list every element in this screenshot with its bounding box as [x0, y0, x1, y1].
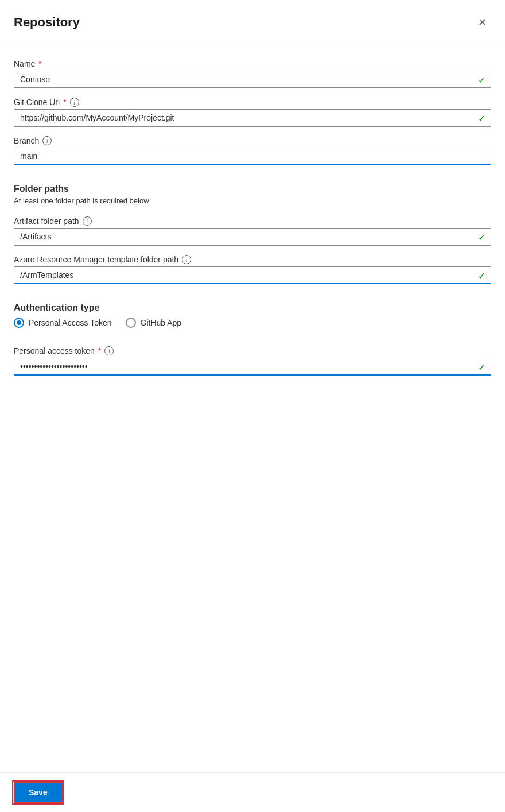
close-icon: ✕ [478, 16, 487, 29]
folder-paths-section: Folder paths At least one folder path is… [14, 179, 491, 207]
save-button[interactable]: Save [14, 782, 63, 803]
artifact-folder-input[interactable] [14, 228, 491, 246]
git-url-info-icon[interactable]: i [70, 98, 79, 107]
git-clone-url-label: Git Clone Url * i [14, 98, 491, 107]
content-spacer [14, 385, 491, 772]
git-url-check-icon: ✓ [478, 113, 485, 123]
repository-panel: Repository ✕ Name * ✓ Git Clone Url * i … [0, 0, 505, 812]
arm-check-icon: ✓ [478, 270, 485, 281]
panel-footer: Save [0, 772, 505, 812]
auth-type-section: Authentication type Personal Access Toke… [14, 298, 491, 337]
arm-template-input-wrapper: ✓ [14, 266, 491, 284]
git-clone-url-input-wrapper: ✓ [14, 109, 491, 127]
name-required: * [38, 59, 41, 68]
git-clone-url-input[interactable] [14, 109, 491, 127]
git-clone-url-group: Git Clone Url * i ✓ [14, 98, 491, 127]
artifact-folder-input-wrapper: ✓ [14, 228, 491, 246]
auth-github-option[interactable]: GitHub App [126, 318, 182, 328]
pat-info-icon[interactable]: i [104, 346, 114, 355]
branch-input-wrapper [14, 148, 491, 165]
arm-template-label: Azure Resource Manager template folder p… [14, 255, 491, 264]
git-url-required: * [63, 98, 66, 107]
arm-info-icon[interactable]: i [182, 255, 191, 264]
artifact-info-icon[interactable]: i [83, 216, 92, 226]
branch-group: Branch i [14, 136, 491, 165]
panel-header: Repository ✕ [14, 14, 491, 31]
branch-info-icon[interactable]: i [42, 136, 52, 145]
name-label: Name * [14, 59, 491, 68]
arm-template-group: Azure Resource Manager template folder p… [14, 255, 491, 284]
personal-access-token-group: Personal access token * i ✓ [14, 346, 491, 376]
personal-access-token-label: Personal access token * i [14, 346, 491, 355]
name-check-icon: ✓ [478, 74, 485, 85]
panel-title: Repository [14, 15, 80, 30]
pat-required: * [98, 346, 101, 355]
arm-template-input[interactable] [14, 266, 491, 284]
name-input[interactable] [14, 71, 491, 88]
auth-github-radio[interactable] [126, 318, 136, 328]
name-input-wrapper: ✓ [14, 71, 491, 88]
personal-access-token-input-wrapper: ✓ [14, 358, 491, 376]
branch-label: Branch i [14, 136, 491, 145]
artifact-folder-group: Artifact folder path i ✓ [14, 216, 491, 246]
auth-type-title: Authentication type [14, 303, 491, 313]
auth-radio-group: Personal Access Token GitHub App [14, 318, 491, 328]
auth-pat-option[interactable]: Personal Access Token [14, 318, 112, 328]
personal-access-token-input[interactable] [14, 358, 491, 376]
close-button[interactable]: ✕ [473, 14, 491, 31]
auth-github-label: GitHub App [141, 318, 182, 327]
folder-paths-title: Folder paths [14, 184, 491, 194]
pat-check-icon: ✓ [478, 361, 485, 372]
auth-pat-radio[interactable] [14, 318, 24, 328]
header-divider [0, 45, 505, 45]
artifact-folder-label: Artifact folder path i [14, 216, 491, 226]
artifact-check-icon: ✓ [478, 231, 485, 242]
auth-pat-label: Personal Access Token [29, 318, 112, 327]
folder-paths-subtitle: At least one folder path is required bel… [14, 196, 491, 205]
name-group: Name * ✓ [14, 59, 491, 88]
branch-input[interactable] [14, 148, 491, 165]
